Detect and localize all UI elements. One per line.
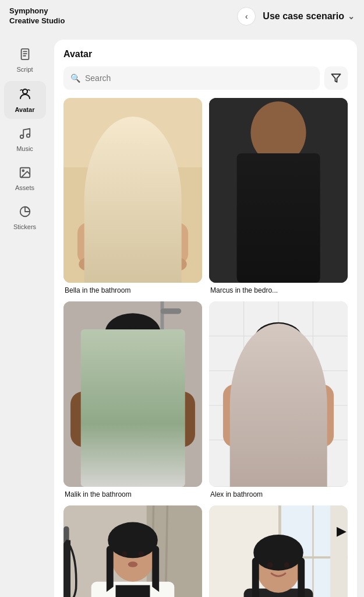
avatar-thumb-malik — [63, 301, 202, 486]
svg-rect-21 — [237, 202, 320, 283]
svg-rect-16 — [77, 223, 102, 264]
avatar-thumb-alex-bedroom — [209, 505, 348, 597]
svg-point-58 — [267, 349, 273, 354]
svg-rect-27 — [63, 301, 202, 486]
svg-point-15 — [108, 212, 157, 240]
svg-point-88 — [253, 535, 303, 571]
svg-point-6 — [26, 134, 30, 138]
svg-point-13 — [84, 209, 181, 283]
assets-icon — [19, 166, 31, 182]
sidebar: Script Avatar — [0, 33, 50, 597]
avatar-item-marcus[interactable]: Marcus in the bedro... — [209, 98, 348, 294]
svg-rect-87 — [298, 557, 305, 597]
svg-rect-53 — [299, 343, 306, 434]
filter-icon — [331, 73, 341, 83]
avatar-icon — [18, 87, 32, 104]
sidebar-item-assets[interactable]: Assets — [4, 160, 46, 197]
svg-rect-38 — [169, 392, 195, 447]
avatar-item-alex-cloak[interactable]: Alex in cloakroom — [63, 505, 202, 597]
svg-point-70 — [108, 522, 158, 558]
avatar-thumb-alex-bath — [209, 301, 348, 486]
sidebar-label-avatar: Avatar — [15, 106, 35, 113]
svg-rect-29 — [161, 308, 182, 314]
avatar-thumb-bella — [63, 98, 202, 283]
svg-rect-24 — [244, 223, 275, 283]
svg-point-54 — [254, 322, 302, 357]
svg-rect-55 — [223, 385, 248, 447]
svg-rect-26 — [63, 301, 202, 486]
search-input-wrapper: 🔍 — [63, 66, 320, 90]
svg-point-36 — [135, 321, 152, 338]
svg-rect-11 — [63, 98, 202, 283]
svg-rect-25 — [282, 223, 313, 283]
svg-rect-12 — [63, 167, 202, 283]
sidebar-label-stickers: Stickers — [13, 223, 36, 230]
avatar-thumb-marcus — [209, 98, 348, 283]
svg-point-74 — [122, 551, 128, 557]
svg-marker-10 — [332, 74, 341, 82]
svg-point-57 — [273, 359, 284, 366]
back-button[interactable]: ‹ — [237, 7, 256, 26]
filter-button[interactable] — [324, 66, 348, 90]
svg-point-19 — [166, 257, 187, 271]
content-section-title: Avatar — [63, 49, 348, 59]
sidebar-item-script[interactable]: Script — [4, 42, 46, 79]
sidebar-item-stickers[interactable]: Stickers — [4, 199, 46, 236]
avatar-name-alex-bath: Alex in bathroom — [209, 490, 348, 498]
avatar-thumb-alex-cloak — [63, 505, 202, 597]
sidebar-label-assets: Assets — [15, 184, 34, 191]
svg-point-93 — [267, 562, 273, 568]
content-card: Avatar 🔍 — [54, 40, 357, 597]
svg-point-35 — [114, 321, 131, 338]
svg-rect-17 — [164, 223, 188, 264]
svg-rect-56 — [309, 385, 334, 447]
svg-point-73 — [128, 561, 138, 567]
svg-point-32 — [105, 314, 160, 353]
svg-rect-28 — [161, 301, 164, 486]
avatar-item-alex-bath[interactable]: Alex in bathroom — [209, 301, 348, 498]
music-icon — [19, 127, 31, 143]
avatar-item-alex-bedroom[interactable]: Alex in bedroom — [209, 505, 348, 597]
stickers-icon — [19, 205, 31, 221]
sidebar-item-avatar[interactable]: Avatar — [4, 81, 46, 119]
svg-rect-66 — [115, 585, 150, 597]
avatar-item-malik[interactable]: Malik in the bathroom — [63, 301, 202, 498]
svg-point-31 — [107, 328, 159, 386]
brand-logo: Symphony Creative Studio — [9, 6, 65, 26]
svg-point-75 — [139, 551, 144, 557]
svg-rect-81 — [330, 505, 348, 597]
svg-point-39 — [127, 371, 138, 382]
main-layout: Script Avatar — [0, 33, 364, 597]
avatar-name-marcus: Marcus in the bedro... — [209, 286, 348, 294]
content-area: Avatar 🔍 — [50, 33, 364, 597]
sidebar-label-script: Script — [16, 66, 33, 73]
chevron-down-icon[interactable]: ⌄ — [348, 12, 355, 21]
search-icon: 🔍 — [70, 73, 80, 83]
avatar-item-bella[interactable]: Bella in the bathroom — [63, 98, 202, 294]
svg-rect-37 — [70, 392, 97, 447]
svg-point-34 — [143, 327, 164, 348]
svg-rect-22 — [244, 153, 313, 209]
svg-point-51 — [256, 327, 301, 380]
svg-rect-30 — [95, 371, 171, 486]
avatar-grid: Bella in the bathroom — [63, 98, 348, 597]
svg-point-18 — [79, 257, 100, 271]
svg-rect-86 — [252, 557, 259, 597]
svg-rect-14 — [102, 223, 164, 283]
avatar-name-bella: Bella in the bathroom — [63, 286, 202, 294]
header: Symphony Creative Studio ‹ Use case scen… — [0, 0, 364, 33]
svg-point-4 — [23, 89, 27, 94]
svg-point-94 — [284, 562, 290, 568]
svg-point-33 — [102, 327, 123, 348]
sidebar-label-music: Music — [16, 145, 33, 152]
script-icon — [19, 48, 31, 64]
sidebar-item-music[interactable]: Music — [4, 121, 46, 158]
page-title: Use case scenario — [263, 11, 344, 22]
avatar-name-malik: Malik in the bathroom — [63, 490, 202, 498]
svg-rect-50 — [244, 378, 313, 487]
svg-point-23 — [250, 101, 306, 164]
svg-point-59 — [284, 349, 290, 354]
svg-point-5 — [20, 135, 23, 139]
search-input[interactable] — [85, 73, 313, 83]
search-bar: 🔍 — [63, 66, 348, 90]
